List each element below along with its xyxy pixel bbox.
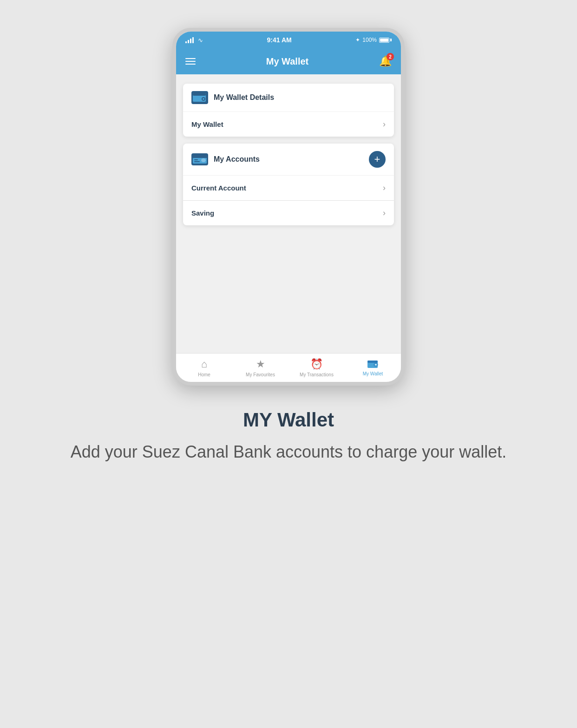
tab-favourites-label: My Favourites (246, 372, 275, 377)
current-account-label: Current Account (191, 184, 246, 192)
home-icon: ⌂ (201, 358, 207, 370)
signal-bars-icon (185, 37, 194, 43)
clock-icon: ⏰ (310, 358, 323, 370)
saving-label: Saving (191, 209, 214, 217)
bluetooth-icon: ✦ (355, 37, 360, 43)
wallet-icon (191, 91, 208, 104)
chevron-right-icon: › (383, 208, 386, 218)
battery-percent: 100% (362, 37, 377, 43)
svg-rect-8 (194, 159, 198, 160)
accounts-section-title: My Accounts (214, 155, 260, 164)
svg-rect-2 (193, 93, 206, 96)
description-body: Add your Suez Canal Bank accounts to cha… (71, 440, 507, 464)
wallet-details-card: My Wallet Details My Wallet › (183, 84, 394, 137)
my-wallet-label: My Wallet (191, 120, 223, 128)
wallet-header-left: My Wallet Details (191, 91, 274, 104)
star-icon: ★ (256, 358, 265, 370)
saving-item[interactable]: Saving › (183, 201, 394, 225)
app-title: My Wallet (266, 56, 309, 67)
tab-transactions[interactable]: ⏰ My Transactions (288, 358, 345, 377)
status-left: ∿ (185, 37, 203, 44)
description-section: MY Wallet Add your Suez Canal Bank accou… (33, 386, 544, 473)
status-right: ✦ 100% (355, 37, 392, 43)
svg-rect-12 (367, 361, 378, 363)
svg-point-4 (203, 98, 204, 100)
app-content: My Wallet Details My Wallet › (176, 74, 401, 353)
status-bar: ∿ 9:41 AM ✦ 100% (176, 32, 401, 48)
tab-wallet[interactable]: My Wallet (345, 359, 401, 376)
wallet-card-header: My Wallet Details (183, 84, 394, 112)
svg-point-10 (201, 158, 206, 162)
phone-frame: ∿ 9:41 AM ✦ 100% My Wallet 🔔 2 (172, 28, 405, 386)
notification-badge: 2 (387, 53, 394, 60)
status-time: 9:41 AM (267, 36, 292, 44)
accounts-card: My Accounts + Current Account › Saving › (183, 144, 394, 225)
accounts-header-left: My Accounts (191, 153, 260, 165)
hamburger-menu-button[interactable] (185, 58, 196, 65)
accounts-icon (191, 153, 208, 165)
chevron-right-icon: › (383, 119, 386, 129)
current-account-item[interactable]: Current Account › (183, 176, 394, 201)
my-wallet-item[interactable]: My Wallet › (183, 112, 394, 137)
chevron-right-icon: › (383, 183, 386, 193)
tab-home-label: Home (198, 372, 210, 377)
description-title: MY Wallet (71, 409, 507, 431)
app-header: My Wallet 🔔 2 (176, 48, 401, 74)
notification-button[interactable]: 🔔 2 (379, 55, 392, 67)
svg-rect-7 (193, 155, 207, 158)
svg-rect-9 (194, 161, 200, 162)
battery-icon (379, 38, 392, 43)
accounts-card-header: My Accounts + (183, 144, 394, 176)
tab-home[interactable]: ⌂ Home (176, 358, 232, 377)
tab-wallet-label: My Wallet (363, 371, 383, 376)
tab-transactions-label: My Transactions (300, 372, 334, 377)
wallet-tab-icon (367, 359, 379, 369)
wifi-icon: ∿ (198, 37, 203, 44)
add-account-button[interactable]: + (369, 151, 386, 168)
tab-bar: ⌂ Home ★ My Favourites ⏰ My Transactions… (176, 353, 401, 382)
svg-point-14 (375, 364, 376, 366)
tab-favourites[interactable]: ★ My Favourites (232, 358, 288, 377)
wallet-section-title: My Wallet Details (214, 93, 274, 102)
